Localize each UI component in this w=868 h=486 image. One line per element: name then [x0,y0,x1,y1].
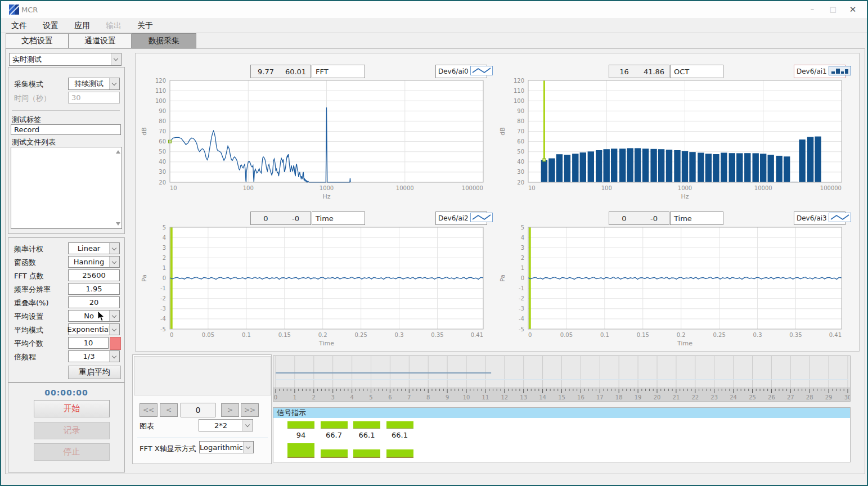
time3-plot[interactable]: -5-4-3-2-101234500.050.10.150.20.250.30.… [497,224,844,352]
svg-text:Time: Time [318,340,334,347]
signal-meter-2 [353,449,380,458]
time2-device-selector[interactable]: Dev6/ai2 [435,212,487,225]
svg-text:0.25: 0.25 [713,332,726,338]
fft-settings-group: 频率计权Linear窗函数HanningFFT 点数25600频率分辨率1.95… [8,237,125,382]
fft-device-selector[interactable]: Dev6/ai0 [435,65,487,78]
close-button[interactable]: ✕ [843,1,862,18]
svg-text:2: 2 [312,394,316,400]
svg-text:24: 24 [730,394,737,400]
svg-text:-3: -3 [160,305,166,312]
svg-text:60: 60 [517,138,524,145]
svg-text:5: 5 [521,224,524,231]
svg-text:1: 1 [163,265,166,271]
mouse-cursor [98,311,105,324]
time3-device-selector[interactable]: Dev6/ai3 [794,212,845,225]
preset-select-value: 实时测试 [10,53,111,65]
test-file-list[interactable] [11,147,122,229]
fft-cursor-readout: 9.7760.01 [250,65,311,78]
acq-mode-select[interactable]: 持续测试 [68,78,120,90]
nav-prev-button[interactable]: < [160,403,178,417]
nav-first-button[interactable]: << [140,403,158,417]
menu-item-4[interactable]: 关于 [129,18,161,33]
svg-text:0: 0 [170,332,173,338]
record-button[interactable]: 记录 [34,422,110,439]
app-window: MCR – □ ✕ 文件设置应用输出关于 文档设置通道设置数据采集 实时测试 采… [0,0,868,486]
svg-text:16: 16 [577,394,584,400]
tab-0[interactable]: 文档设置 [6,33,69,48]
svg-text:10000: 10000 [754,185,772,191]
svg-text:80: 80 [517,118,524,124]
timeline-ruler: 0123456789101112131415161718192021222324… [273,388,850,404]
svg-text:80: 80 [159,118,166,124]
svg-text:21: 21 [673,394,680,400]
preset-select[interactable]: 实时测试 [9,53,122,66]
setting-select-5[interactable]: No [68,310,120,322]
svg-text:15: 15 [558,394,565,400]
oct-device-selector[interactable]: Dev6/ai1 [794,65,845,78]
nav-next-button[interactable]: > [221,403,239,417]
setting-input-7[interactable]: 10 [68,337,109,349]
time-input[interactable]: 30 [68,92,120,104]
maximize-button[interactable]: □ [824,1,843,18]
fft-axis-mode-select[interactable]: Logarithmic [199,441,254,453]
oct-title-field[interactable]: OCT [670,65,723,78]
menu-item-2[interactable]: 应用 [66,18,98,33]
chart-grid-select[interactable]: 2*2 [199,419,253,431]
svg-text:9: 9 [446,394,449,400]
oct-plot[interactable]: 2030405060708090100110120101001000100001… [497,78,844,205]
chevron-down-icon [109,243,119,254]
svg-text:0.15: 0.15 [637,332,649,338]
svg-text:50: 50 [517,148,524,155]
restart-average-button[interactable]: 重启平均 [68,366,121,379]
svg-text:Pa: Pa [141,274,148,282]
scroll-up-icon[interactable] [116,150,120,154]
svg-text:18: 18 [615,394,623,400]
svg-text:Pa: Pa [499,274,506,282]
start-button[interactable]: 开始 [34,400,110,417]
stop-button[interactable]: 停止 [34,443,110,461]
svg-text:11: 11 [482,394,489,400]
tab-1[interactable]: 通道设置 [69,33,132,48]
svg-text:-1: -1 [160,285,166,291]
signal-level-value-2: 66.1 [350,431,384,439]
svg-text:3: 3 [331,394,335,400]
fft-title-field[interactable]: FFT [312,65,365,78]
chevron-down-icon [109,256,119,267]
svg-text:90: 90 [517,108,524,114]
setting-select-6[interactable]: Exponential [68,323,120,335]
svg-text:5: 5 [369,394,372,400]
setting-input-2[interactable]: 25600 [68,269,120,281]
svg-text:70: 70 [517,128,524,134]
setting-select-8[interactable]: 1/3 [68,350,120,362]
chart-cell-fft: 9.7760.01 FFT Dev6/ai0 20304050607080901… [138,64,486,205]
nav-last-button[interactable]: >> [241,403,259,417]
time3-title-field[interactable]: Time [670,212,723,225]
setting-select-1[interactable]: Hanning [68,256,120,268]
chevron-down-icon [109,310,119,321]
average-count-flag [110,337,121,350]
svg-text:0.25: 0.25 [355,332,367,338]
scroll-down-icon[interactable] [116,222,120,226]
minimize-button[interactable]: – [803,1,822,18]
setting-select-0[interactable]: Linear [68,242,120,254]
fft-plot[interactable]: 2030405060708090100110120101001000100001… [138,78,486,205]
file-list-label: 测试文件列表 [12,137,56,147]
svg-text:0.15: 0.15 [278,332,291,338]
setting-input-3[interactable]: 1.95 [68,283,120,295]
setting-input-4[interactable]: 20 [68,296,120,308]
svg-text:0.41: 0.41 [471,332,483,338]
menu-item-0[interactable]: 文件 [3,18,35,33]
time2-plot[interactable]: -5-4-3-2-101234500.050.10.150.20.250.30.… [138,224,486,352]
test-tag-input[interactable]: Record [11,124,121,135]
setting-label-5: 平均设置 [14,312,43,322]
tab-2[interactable]: 数据采集 [132,33,196,48]
signal-indicator-panel: 信号指示 9466.766.166.1 [273,407,851,462]
signal-meter-3 [386,449,413,458]
timeline-plot[interactable] [273,356,850,388]
svg-text:4: 4 [350,394,353,400]
menu-item-1[interactable]: 设置 [35,18,66,33]
time2-title-field[interactable]: Time [312,212,365,225]
chevron-down-icon [109,324,119,335]
svg-text:0.35: 0.35 [431,332,443,338]
record-timeline[interactable]: 0123456789101112131415161718192021222324… [273,356,851,402]
